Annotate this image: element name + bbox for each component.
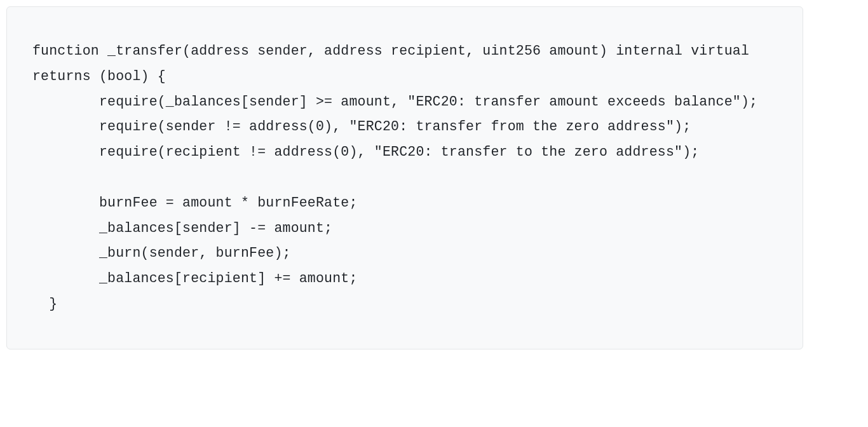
code-line-9: _balances[recipient] += amount; [32, 266, 777, 292]
code-line-1: function _transfer(address sender, addre… [32, 39, 777, 90]
code-line-2: require(_balances[sender] >= amount, "ER… [32, 90, 777, 115]
code-line-4: require(recipient != address(0), "ERC20:… [32, 140, 777, 165]
code-block: function _transfer(address sender, addre… [6, 6, 803, 349]
code-line-8: _burn(sender, burnFee); [32, 241, 777, 266]
code-line-10: } [32, 292, 777, 317]
code-line-6: burnFee = amount * burnFeeRate; [32, 191, 777, 216]
code-line-5 [32, 165, 777, 191]
code-line-3: require(sender != address(0), "ERC20: tr… [32, 114, 777, 140]
code-line-7: _balances[sender] -= amount; [32, 216, 777, 241]
